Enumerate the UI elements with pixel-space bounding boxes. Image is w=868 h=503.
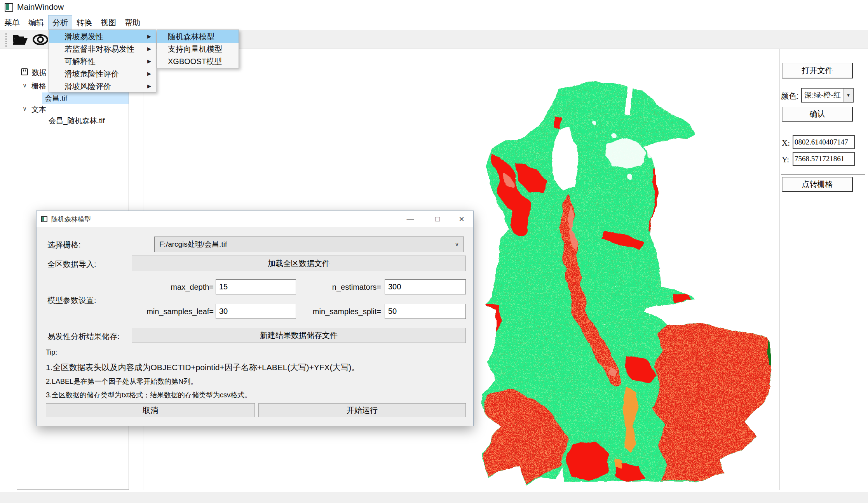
menu-item-help[interactable]: 帮助 <box>120 15 145 30</box>
menu-item-hazard-assessment[interactable]: 滑坡危险性评价 ▶ <box>49 68 156 80</box>
submenu-item-xgboost[interactable]: XGBOOST模型 <box>157 55 239 68</box>
menu-bar: 菜单 编辑 分析 转换 视图 帮助 <box>0 15 868 30</box>
menu-item-analysis[interactable]: 分析 <box>48 15 72 30</box>
tree-item-huichang-tif[interactable]: 会昌.tif <box>45 92 67 104</box>
chevron-down-icon: ∨ <box>455 237 459 252</box>
dialog-title-bar[interactable]: 随机森林模型 — □ × <box>37 211 473 227</box>
menu-item-landslide-susceptibility[interactable]: 滑坡易发性 ▶ <box>49 30 156 43</box>
analysis-dropdown-menu: 滑坡易发性 ▶ 若监督非对称易发性 ▶ 可解释性 ▶ 滑坡危险性评价 ▶ 滑坡风… <box>49 30 156 92</box>
max-depth-label: max_depth= <box>132 283 214 292</box>
menu-item-risk-assessment[interactable]: 滑坡风险评价 ▶ <box>49 80 156 92</box>
data-panel-title: 数据 <box>32 68 47 78</box>
chevron-down-icon[interactable]: ∨ <box>23 80 27 91</box>
min-samples-leaf-label: min_samples_leaf= <box>132 307 214 316</box>
x-label: X: <box>782 138 790 148</box>
menu-item-edit[interactable]: 编辑 <box>24 15 48 30</box>
raster-combobox[interactable]: F:/arcgis处理/会昌.tif ∨ <box>154 237 464 252</box>
tip-line-3: 3.全区数据的储存类型为txt格式；结果数据的存储类型为csv格式。 <box>46 390 251 400</box>
confirm-button[interactable]: 确认 <box>782 107 853 122</box>
submenu-item-random-forest[interactable]: 随机森林模型 <box>157 30 239 43</box>
close-icon[interactable]: × <box>453 211 470 227</box>
window-title: MainWindow <box>17 2 64 12</box>
tips-title: Tip: <box>46 348 57 357</box>
n-estimators-input[interactable] <box>385 279 466 294</box>
load-region-data-button[interactable]: 加载全区数据文件 <box>132 256 466 271</box>
submenu-arrow-icon: ▶ <box>147 43 151 55</box>
open-folder-icon[interactable] <box>12 33 29 47</box>
susceptibility-map[interactable] <box>479 77 772 488</box>
point-to-raster-button[interactable]: 点转栅格 <box>782 177 853 192</box>
result-store-label: 易发性分析结果储存: <box>47 331 120 342</box>
minimize-icon[interactable]: — <box>402 211 419 227</box>
panel-icon <box>21 68 28 75</box>
tree-item-huichang-rf-tif[interactable]: 会昌_随机森林.tif <box>49 115 105 127</box>
susceptibility-submenu: 随机森林模型 支持向量机模型 XGBOOST模型 <box>157 30 239 68</box>
y-coordinate-input[interactable] <box>793 152 855 166</box>
menu-item-main[interactable]: 菜单 <box>0 15 24 30</box>
color-ramp-dropdown[interactable]: 深:绿-橙-红 ▼ <box>801 88 854 103</box>
submenu-arrow-icon: ▶ <box>147 68 151 80</box>
submenu-arrow-icon: ▶ <box>147 30 151 43</box>
max-depth-input[interactable] <box>216 279 296 294</box>
status-bar <box>0 492 868 503</box>
eye-icon[interactable] <box>32 33 49 47</box>
color-label: 颜色: <box>781 91 799 101</box>
tip-line-1: 1.全区数据表头以及内容成为OBJECTID+pointid+因子名称+LABE… <box>46 362 360 373</box>
n-estimators-label: n_estimators= <box>300 283 381 292</box>
min-samples-split-label: min_samples_split= <box>300 307 381 316</box>
x-coordinate-input[interactable] <box>793 135 855 149</box>
dropdown-arrow-icon[interactable]: ▼ <box>844 89 853 102</box>
chevron-down-icon[interactable]: ∨ <box>23 103 27 115</box>
tip-line-2: 2.LABEL是在第一个因子处从零开始数的第N列。 <box>46 377 197 386</box>
y-label: Y: <box>782 155 789 165</box>
toolbar-gripper[interactable] <box>5 33 7 47</box>
menu-item-convert[interactable]: 转换 <box>72 15 96 30</box>
dialog-icon <box>41 216 47 222</box>
submenu-item-svm[interactable]: 支持向量机模型 <box>157 43 239 55</box>
divider <box>781 86 865 86</box>
title-bar: MainWindow <box>0 0 868 15</box>
submenu-arrow-icon: ▶ <box>147 55 151 68</box>
menu-item-interpretability[interactable]: 可解释性 ▶ <box>49 55 156 68</box>
tree-group-text[interactable]: ∨ 文本 <box>17 104 129 115</box>
divider <box>781 174 865 175</box>
maximize-icon[interactable]: □ <box>429 211 446 227</box>
min-samples-leaf-input[interactable] <box>216 304 296 319</box>
map-darkgreen-strips <box>768 248 772 366</box>
params-label: 模型参数设置: <box>47 295 96 306</box>
dialog-title: 随机森林模型 <box>51 215 91 224</box>
new-result-file-button[interactable]: 新建结果数据储存文件 <box>132 328 466 343</box>
min-samples-split-input[interactable] <box>385 304 466 319</box>
app-icon <box>5 3 13 12</box>
open-file-button[interactable]: 打开文件 <box>782 63 853 78</box>
right-splitter[interactable] <box>779 49 780 490</box>
raster-label: 选择栅格: <box>47 240 81 250</box>
cancel-button[interactable]: 取消 <box>46 403 255 417</box>
menu-item-view[interactable]: 视图 <box>96 15 120 30</box>
run-button[interactable]: 开始运行 <box>258 403 466 417</box>
random-forest-dialog: 随机森林模型 — □ × 选择栅格: F:/arcgis处理/会昌.tif ∨ … <box>36 211 474 426</box>
import-label: 全区数据导入: <box>47 259 96 270</box>
menu-item-weak-supervised[interactable]: 若监督非对称易发性 ▶ <box>49 43 156 55</box>
submenu-arrow-icon: ▶ <box>147 80 151 92</box>
